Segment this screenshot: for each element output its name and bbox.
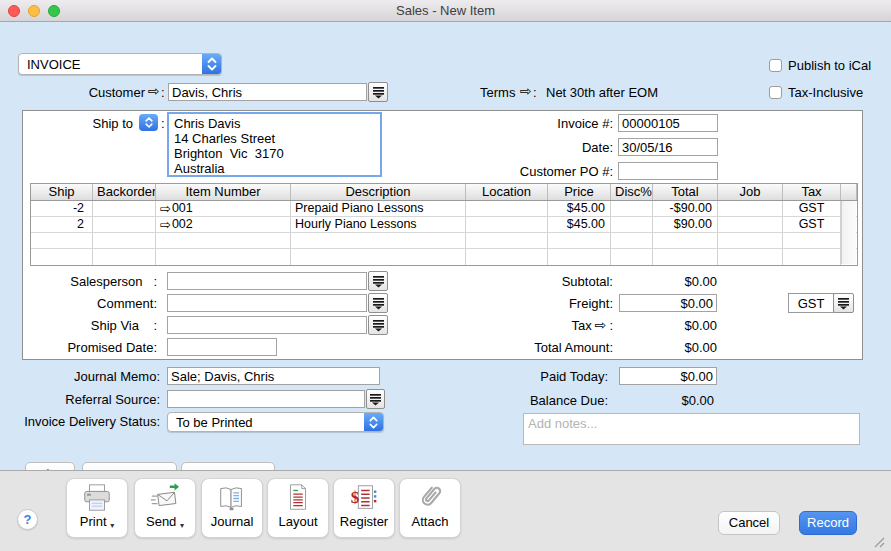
tax-inclusive-checkbox[interactable] — [769, 86, 782, 99]
column-header-total: Total — [653, 184, 718, 200]
cell-item-number[interactable]: ⇨002 — [156, 217, 291, 232]
column-header-ship: Ship — [31, 184, 93, 200]
table-row: 2 ⇨002 Hourly Piano Lessons $45.00 $90.0… — [31, 217, 857, 233]
column-header-price: Price — [548, 184, 611, 200]
cell-total[interactable]: -$90.00 — [653, 201, 718, 216]
delivery-status-popup[interactable]: To be Printed — [167, 412, 384, 432]
send-email-icon — [149, 482, 181, 514]
cell-job[interactable] — [718, 201, 783, 216]
print-label: Print — [80, 515, 107, 529]
promised-date-input[interactable] — [167, 338, 277, 356]
table-scrollbar[interactable] — [841, 201, 856, 264]
comment-input[interactable] — [167, 294, 367, 312]
ship-to-stepper-button[interactable] — [139, 114, 158, 131]
freight-tax-dropdown-button[interactable] — [833, 293, 854, 313]
terms-zoom-arrow-icon[interactable]: ⇨ — [520, 84, 532, 98]
cell-backorder[interactable] — [93, 201, 156, 216]
total-amount-value: $0.00 — [617, 340, 717, 356]
table-empty-row[interactable] — [31, 249, 857, 265]
sale-type-popup[interactable]: INVOICE — [18, 53, 222, 75]
tax-label-group: Tax ⇨ : — [480, 318, 613, 334]
cell-item-number[interactable]: ⇨001 — [156, 201, 291, 216]
subtotal-label: Subtotal: — [480, 274, 613, 290]
paid-today-label: Paid Today: — [480, 369, 608, 385]
printer-icon — [81, 482, 113, 514]
customer-zoom-arrow-icon[interactable]: ⇨ — [148, 84, 160, 98]
salesperson-input[interactable] — [167, 272, 367, 290]
cell-ship[interactable]: -2 — [31, 201, 93, 216]
cell-location[interactable] — [466, 201, 548, 216]
table-header-row: Ship Backorder Item Number Description L… — [31, 184, 857, 201]
cell-price[interactable]: $45.00 — [548, 201, 611, 216]
attach-label: Attach — [412, 515, 449, 529]
freight-input[interactable] — [619, 294, 717, 312]
cell-tax[interactable]: GST — [783, 201, 841, 216]
customer-po-input[interactable] — [618, 162, 718, 180]
column-header-item-number: Item Number — [156, 184, 291, 200]
salesperson-label: Salesperson : — [20, 274, 157, 290]
cell-total[interactable]: $90.00 — [653, 217, 718, 232]
cell-ship[interactable]: 2 — [31, 217, 93, 232]
column-header-backorder: Backorder — [93, 184, 156, 200]
column-header-spacer — [841, 184, 857, 200]
customer-input[interactable] — [168, 83, 367, 101]
cancel-button[interactable]: Cancel — [718, 511, 780, 535]
journal-button[interactable]: Journal — [201, 478, 263, 538]
cell-disc[interactable] — [611, 217, 653, 232]
column-header-job: Job — [718, 184, 783, 200]
cell-price[interactable]: $45.00 — [548, 217, 611, 232]
tax-label: Tax — [571, 318, 591, 334]
ship-via-dropdown-button[interactable] — [368, 315, 388, 335]
cell-backorder[interactable] — [93, 217, 156, 232]
tax-colon: : — [609, 318, 613, 334]
terms-colon: : — [533, 85, 537, 101]
publish-to-ical-checkbox[interactable] — [769, 59, 782, 72]
layout-button[interactable]: Layout — [267, 478, 329, 538]
referral-source-input[interactable] — [167, 390, 365, 408]
resize-grip[interactable] — [872, 536, 886, 548]
ship-via-input[interactable] — [167, 316, 367, 334]
cell-disc[interactable] — [611, 201, 653, 216]
cell-description[interactable]: Hourly Piano Lessons — [291, 217, 466, 232]
column-header-tax: Tax — [783, 184, 841, 200]
register-label: Register — [340, 515, 388, 529]
help-button[interactable]: ? — [17, 509, 38, 530]
sales-new-item-window: Sales - New Item INVOICE Publish to iCal… — [0, 0, 891, 551]
line-items-table: Ship Backorder Item Number Description L… — [30, 183, 858, 266]
table-empty-row[interactable] — [31, 233, 857, 249]
item-zoom-arrow-icon[interactable]: ⇨ — [160, 202, 171, 216]
invoice-number-input[interactable] — [618, 114, 718, 132]
print-button[interactable]: Print ▾ — [66, 478, 128, 538]
cell-job[interactable] — [718, 217, 783, 232]
comment-dropdown-button[interactable] — [368, 293, 388, 313]
record-button[interactable]: Record — [799, 511, 857, 535]
journal-memo-input[interactable] — [167, 367, 380, 385]
referral-source-label: Referral Source: — [0, 392, 160, 408]
send-button[interactable]: Send ▾ — [134, 478, 196, 538]
referral-source-dropdown-button[interactable] — [366, 389, 385, 409]
paid-today-input[interactable] — [619, 367, 717, 385]
invoice-number-label: Invoice #: — [480, 116, 613, 132]
chevron-down-icon: ▾ — [180, 521, 184, 530]
customer-dropdown-button[interactable] — [368, 82, 388, 102]
column-header-description: Description — [291, 184, 466, 200]
item-zoom-arrow-icon[interactable]: ⇨ — [160, 218, 171, 232]
cell-tax[interactable]: GST — [783, 217, 841, 232]
date-input[interactable] — [618, 138, 718, 156]
freight-tax-code-box[interactable]: GST — [788, 293, 834, 313]
register-button[interactable]: $ Register — [333, 478, 395, 538]
salesperson-dropdown-button[interactable] — [368, 271, 388, 291]
list-dropdown-icon — [373, 319, 384, 332]
cell-location[interactable] — [466, 217, 548, 232]
attach-button[interactable]: Attach — [399, 478, 461, 538]
terms-label: Terms — [480, 85, 515, 101]
date-label: Date: — [480, 140, 613, 156]
ship-to-address-textarea[interactable]: Chris Davis 14 Charles Street Brighton V… — [167, 112, 382, 177]
ship-to-label: Ship to — [40, 116, 133, 132]
popup-stepper-icon — [144, 116, 154, 129]
journal-label: Journal — [211, 515, 254, 529]
cell-description[interactable]: Prepaid Piano Lessons — [291, 201, 466, 216]
notes-textarea[interactable] — [523, 413, 860, 445]
journal-memo-label: Journal Memo: — [0, 369, 160, 385]
tax-zoom-arrow-icon[interactable]: ⇨ — [595, 318, 607, 334]
